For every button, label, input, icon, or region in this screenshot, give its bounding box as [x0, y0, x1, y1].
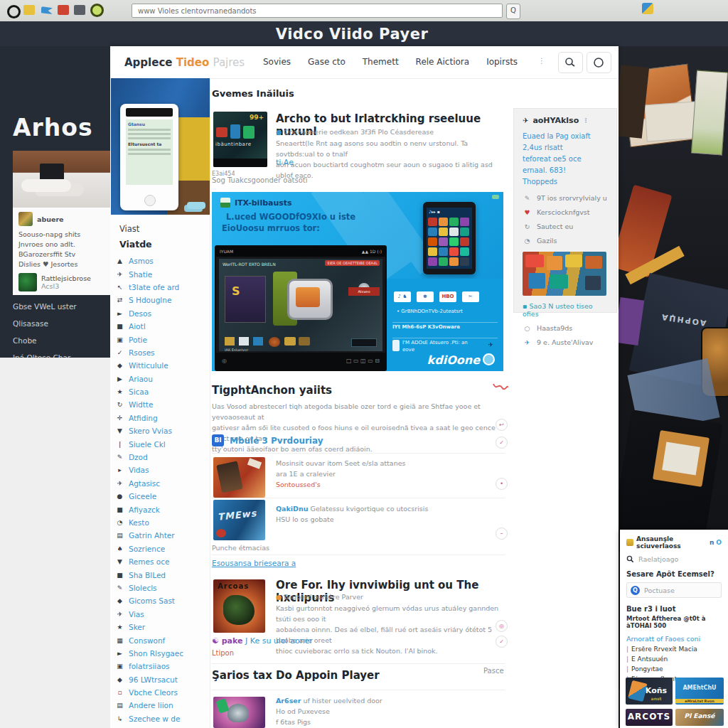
- article2-link-purple[interactable]: ☯ pake: [212, 636, 242, 646]
- banner-amehtchu[interactable]: AMEhtChU eMraLtat Rvon: [675, 678, 724, 705]
- nav-more-icon[interactable]: ⋮: [538, 57, 545, 65]
- menu-item[interactable]: ▣ folatrsiiaos: [116, 660, 208, 673]
- site-logo[interactable]: Applece Tideo Pajres: [124, 56, 245, 69]
- nav-item[interactable]: Iopirsts: [486, 57, 518, 67]
- menu-item[interactable]: ★ Sker: [116, 621, 208, 633]
- rsb-row[interactable]: ✎ 9T ios srorvrylvialy u: [523, 194, 608, 202]
- wpanel-list-item[interactable]: |Pongyıtae: [626, 665, 722, 673]
- wpanel-list-item[interactable]: |Ersěre Rrvexít Macia: [626, 646, 722, 653]
- banner-pleanse[interactable]: Pl Eansé: [675, 709, 724, 726]
- article1-thumbnail[interactable]: 99+ ibäuntinbare: [213, 112, 267, 167]
- card1-thumbnail[interactable]: [213, 457, 265, 498]
- games-collage-image[interactable]: [523, 252, 606, 296]
- mobile-link-row[interactable]: BI Mbule 3 Pvrdouriay: [212, 434, 323, 446]
- wpanel-input[interactable]: Q Poctuase: [626, 582, 722, 598]
- banner-arcots[interactable]: ARCOTS: [626, 709, 673, 726]
- menu-item[interactable]: ▼ Remes oce: [116, 555, 208, 568]
- flag-icon[interactable]: [41, 6, 53, 14]
- menu-item[interactable]: ◆ Witticulule: [116, 359, 208, 372]
- menu-item[interactable]: ▲ Asmos: [116, 255, 208, 267]
- browser-app-icon[interactable]: [90, 4, 104, 17]
- menu-item[interactable]: ● Giceele: [116, 490, 208, 503]
- article1-links[interactable]: ti Ae: [276, 158, 294, 167]
- brand-logo[interactable]: Arhos: [13, 114, 93, 141]
- card3-link[interactable]: Ar6ser: [276, 697, 301, 705]
- twitter-icon[interactable]: O: [716, 539, 722, 546]
- menu-item[interactable]: ▣ Potie: [116, 333, 208, 346]
- menu-item[interactable]: ✈ Agtasisc: [116, 477, 208, 490]
- card1-link[interactable]: Sontoussed's: [276, 481, 321, 488]
- menu-item[interactable]: ✎ Slolecls: [116, 582, 208, 594]
- profile-item-title[interactable]: Rattlejsicbrose: [41, 274, 91, 282]
- menu-item[interactable]: ▸ Vidas: [116, 464, 208, 476]
- rsb-promo-link[interactable]: Euaed la Pag oxiaft 2,4us rlsatt teforea…: [523, 131, 608, 188]
- pages-label[interactable]: Pasce: [483, 667, 504, 675]
- wpanel-search[interactable]: Raelatjoago: [626, 555, 722, 563]
- menu-item[interactable]: ▫ Vbche Cleors: [116, 686, 208, 699]
- lock-icon[interactable]: [74, 5, 85, 15]
- nav-item[interactable]: Gase cto: [308, 57, 346, 67]
- gutter-circle-icon[interactable]: ◎: [496, 620, 508, 632]
- menu-item[interactable]: ■ Afiyazck: [116, 503, 208, 515]
- menu-item[interactable]: ◔ Kesto: [116, 516, 208, 529]
- menu-item[interactable]: ✈ Shatie: [116, 267, 208, 280]
- expand-link[interactable]: Esousansa brieseara a: [212, 559, 296, 567]
- menu-item[interactable]: ♠ Sozrience: [116, 542, 208, 555]
- card3-thumbnail[interactable]: [213, 697, 265, 728]
- menu-item[interactable]: ★ Sicaa: [116, 385, 208, 398]
- go-button[interactable]: Q: [506, 4, 520, 19]
- menu-item[interactable]: ◆ Gicoms Sast: [116, 594, 208, 607]
- menu-item[interactable]: ǀ Siuele Ckl: [116, 437, 208, 450]
- menu-item[interactable]: ✈ Vias: [116, 608, 208, 621]
- menu-item[interactable]: ◆ 96 LWtrsacut: [116, 673, 208, 686]
- menu-item[interactable]: ▤ Andere liion: [116, 699, 208, 712]
- banner-kons[interactable]: Koñs anst: [626, 678, 673, 705]
- menu-item[interactable]: ✓ Rsoses: [116, 346, 208, 359]
- gutter-undo-icon[interactable]: ↩: [496, 419, 508, 431]
- rsb-row[interactable]: ○ Haasta9ds: [523, 324, 608, 332]
- facebook-icon[interactable]: n: [710, 539, 714, 546]
- menu-item[interactable]: ▦ Conswonf: [116, 633, 208, 646]
- gutter-dash-icon[interactable]: –: [496, 528, 508, 540]
- browser-home-icon[interactable]: [7, 5, 21, 18]
- rsb-row[interactable]: ◔ Gazils: [523, 237, 608, 245]
- promo-banner[interactable]: ITX-bilbausts L.uced WGOODfO9XIo u iste …: [212, 192, 503, 371]
- rsb-row[interactable]: ↻ Sautect eu: [523, 223, 608, 230]
- nav-item[interactable]: Themett: [363, 57, 399, 67]
- gutter-num-icon[interactable]: ✓: [496, 636, 508, 648]
- folder-icon[interactable]: [23, 5, 35, 15]
- menu-item[interactable]: ▤ Gatrin Ahter: [116, 529, 208, 542]
- extension-icon[interactable]: [642, 3, 653, 14]
- wpanel-list-item[interactable]: |E Antsuuén: [626, 655, 722, 663]
- gutter-dot-icon[interactable]: •: [496, 478, 508, 490]
- menu-item[interactable]: ▶ Ariaou: [116, 373, 208, 385]
- see-more-link[interactable]: Sog Tuakcsgoonder oatsoti: [212, 176, 307, 184]
- folder-red-icon[interactable]: [58, 5, 69, 15]
- mobile-link[interactable]: Mbule 3 Pvrdouriay: [230, 436, 323, 446]
- card2-thumbnail[interactable]: TMEws: [213, 500, 265, 540]
- menu-item[interactable]: ► Desos: [116, 307, 208, 320]
- menu-item[interactable]: ↳ Szechee w de: [116, 712, 208, 725]
- menu-item[interactable]: ↖ t3late ofe ard: [116, 281, 208, 294]
- menu-item[interactable]: ⇄ S Hdouglne: [116, 294, 208, 306]
- profile-button[interactable]: [587, 52, 611, 73]
- menu-item[interactable]: ► Shon Rlsygaec: [116, 647, 208, 660]
- nav-item[interactable]: Rele Aictiora: [416, 57, 470, 67]
- menu-item[interactable]: ↻ Widtte: [116, 398, 208, 411]
- menu-item[interactable]: ■ Sha BlLed: [116, 568, 208, 581]
- sidebar-link[interactable]: Gbse VWeL uster: [13, 302, 77, 311]
- menu-item[interactable]: ■ Aiotl: [116, 320, 208, 333]
- article2-link-red[interactable]: Ltipon: [212, 649, 234, 657]
- nav-item[interactable]: Sovies: [263, 57, 291, 67]
- address-bar[interactable]: www Violes clentovrnanedandots: [132, 4, 503, 18]
- rsb-game-link[interactable]: ▪ Sao3 N usteo tiseo ofies: [523, 302, 608, 318]
- article2-link-blue[interactable]: J Ke su ulol aoner: [245, 636, 313, 646]
- wpanel-link[interactable]: Arnoratt of Faoes coni: [626, 635, 722, 643]
- menu-item[interactable]: ✎ Dzod: [116, 451, 208, 464]
- rsb-row[interactable]: ✈ 9 e. Auste'Alivav: [523, 338, 608, 346]
- menu-item[interactable]: ✛ Atfiding: [116, 412, 208, 424]
- gutter-check-icon[interactable]: ✓: [496, 437, 508, 449]
- sidebar-link[interactable]: Qlisasase: [13, 319, 77, 328]
- article2-thumbnail[interactable]: Arcoas: [213, 579, 265, 633]
- search-button[interactable]: [558, 52, 583, 73]
